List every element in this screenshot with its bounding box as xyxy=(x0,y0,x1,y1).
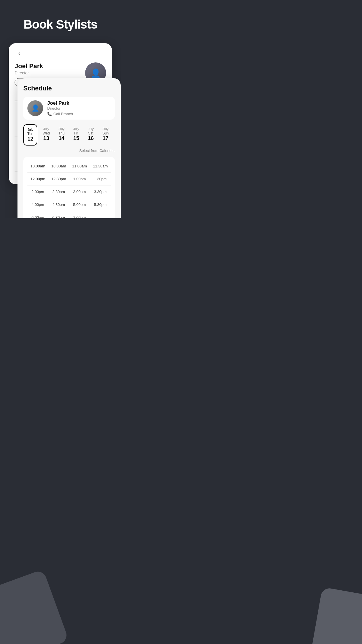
stylist-name: Joel Park xyxy=(15,62,46,70)
date-num: 16 xyxy=(88,135,94,141)
time-slot[interactable]: 12.00pm xyxy=(27,176,48,182)
time-row-5: 6.00pm 6.30pm 7.00pm xyxy=(27,211,111,218)
schedule-card: Schedule 👤 Joel Park Director 📞 Call Bra… xyxy=(17,78,121,218)
page-title: Book Stylists xyxy=(6,18,115,32)
date-item-fri15[interactable]: July Fri 15 xyxy=(70,124,82,146)
date-month: July xyxy=(88,127,94,131)
time-row-4: 4.00pm 4.30pm 5.00pm 5.30pm xyxy=(27,198,111,211)
date-item-sun17[interactable]: July Sun 17 xyxy=(99,124,112,146)
date-num: 17 xyxy=(103,135,108,141)
cards-wrapper: ‹ Joel Park Director View Portfolio 👤 Cu… xyxy=(0,43,121,218)
date-month: July xyxy=(59,127,64,131)
time-slot[interactable]: 1.30pm xyxy=(90,176,111,182)
time-slot[interactable]: 12.30pm xyxy=(48,176,69,182)
date-day-name: Thu xyxy=(59,131,65,135)
schedule-stylist-role: Director xyxy=(47,106,73,111)
date-month: July xyxy=(43,127,49,131)
time-slot[interactable]: 5.30pm xyxy=(90,201,111,208)
card-nav: ‹ xyxy=(15,49,106,58)
time-slot[interactable]: 11.00am xyxy=(69,163,90,169)
header: Book Stylists xyxy=(0,0,121,43)
date-item-tue12[interactable]: July Tue 12 xyxy=(23,124,37,146)
time-slot[interactable]: 3.30pm xyxy=(90,188,111,195)
date-day-name: Sun xyxy=(102,131,108,135)
date-day-name: Fri xyxy=(74,131,78,135)
time-slot[interactable]: 4.30pm xyxy=(48,201,69,208)
date-item-wed13[interactable]: July Wed 13 xyxy=(39,124,53,146)
time-slot[interactable]: 3.00pm xyxy=(69,188,90,195)
date-num: 12 xyxy=(27,136,33,142)
date-day-name: Tue xyxy=(27,132,33,136)
call-branch[interactable]: 📞 Call Branch xyxy=(47,112,73,116)
time-slot[interactable]: 7.00pm xyxy=(69,214,90,218)
schedule-title: Schedule xyxy=(23,85,115,92)
date-month: July xyxy=(27,128,33,131)
date-item-sat16[interactable]: July Sat 16 xyxy=(84,124,97,146)
time-row-3: 2.00pm 2.30pm 3.00pm 3.30pm xyxy=(27,186,111,198)
date-item-thu14[interactable]: July Thu 14 xyxy=(55,124,68,146)
time-slot[interactable]: 2.30pm xyxy=(48,188,69,195)
schedule-stylist-info: 👤 Joel Park Director 📞 Call Branch xyxy=(23,97,115,120)
back-button[interactable]: ‹ xyxy=(15,49,24,58)
time-slot[interactable]: 6.30pm xyxy=(48,214,69,218)
call-branch-label: Call Branch xyxy=(53,112,73,116)
time-slot[interactable]: 11.30am xyxy=(90,163,111,169)
schedule-stylist-details: Joel Park Director 📞 Call Branch xyxy=(47,100,73,116)
date-day-name: Wed xyxy=(43,131,50,135)
stylist-role: Director xyxy=(15,71,46,75)
time-slot[interactable]: 1.00pm xyxy=(69,176,90,182)
select-from-calendar-link[interactable]: Select from Calendar xyxy=(23,148,115,153)
time-slot xyxy=(90,214,111,218)
schedule-stylist-name: Joel Park xyxy=(47,100,73,106)
time-slot[interactable]: 5.00pm xyxy=(69,201,90,208)
date-day-name: Sat xyxy=(88,131,93,135)
phone-icon: 📞 xyxy=(47,112,52,116)
date-month: July xyxy=(73,127,79,131)
date-selector: July Tue 12 July Wed 13 July Thu 14 July… xyxy=(23,124,115,146)
time-row-2: 12.00pm 12.30pm 1.00pm 1.30pm xyxy=(27,173,111,186)
time-slot[interactable]: 10.30am xyxy=(48,163,69,169)
time-slot[interactable]: 4.00pm xyxy=(27,201,48,208)
date-month: July xyxy=(103,127,108,131)
time-row-1: 10.00am 10.30am 11.00am 11.30am xyxy=(27,160,111,173)
time-slot[interactable]: 2.00pm xyxy=(27,188,48,195)
time-slot[interactable]: 10.00am xyxy=(27,163,48,169)
date-num: 13 xyxy=(43,135,49,141)
time-slots: 10.00am 10.30am 11.00am 11.30am 12.00pm … xyxy=(23,157,115,218)
date-num: 15 xyxy=(73,135,79,141)
date-num: 14 xyxy=(59,135,64,141)
schedule-avatar: 👤 xyxy=(27,100,43,116)
time-slot[interactable]: 6.00pm xyxy=(27,214,48,218)
